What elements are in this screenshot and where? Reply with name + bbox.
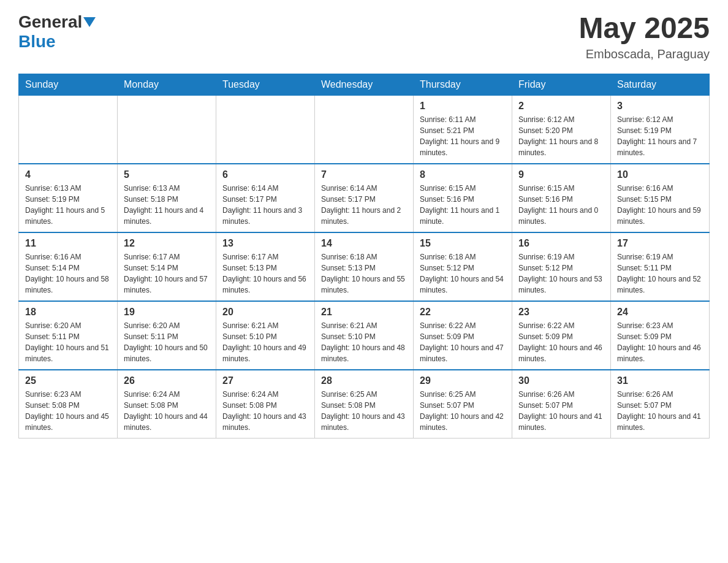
day-info: Sunrise: 6:13 AMSunset: 5:18 PMDaylight:… [124, 183, 210, 227]
day-info: Sunrise: 6:22 AMSunset: 5:09 PMDaylight:… [420, 320, 506, 364]
calendar-cell: 30Sunrise: 6:26 AMSunset: 5:07 PMDayligh… [512, 370, 611, 439]
calendar-cell: 23Sunrise: 6:22 AMSunset: 5:09 PMDayligh… [512, 301, 611, 370]
calendar-cell: 6Sunrise: 6:14 AMSunset: 5:17 PMDaylight… [216, 164, 315, 232]
calendar-cell [118, 95, 216, 164]
day-number: 25 [25, 375, 111, 386]
day-number: 20 [222, 307, 308, 318]
calendar-cell: 12Sunrise: 6:17 AMSunset: 5:14 PMDayligh… [118, 232, 216, 301]
day-info: Sunrise: 6:25 AMSunset: 5:08 PMDaylight:… [321, 389, 407, 433]
day-number: 24 [617, 307, 703, 318]
calendar-cell: 21Sunrise: 6:21 AMSunset: 5:10 PMDayligh… [315, 301, 414, 370]
day-info: Sunrise: 6:17 AMSunset: 5:13 PMDaylight:… [222, 251, 308, 296]
calendar-cell: 22Sunrise: 6:22 AMSunset: 5:09 PMDayligh… [414, 301, 512, 370]
header-wednesday: Wednesday [315, 74, 414, 95]
calendar-cell: 5Sunrise: 6:13 AMSunset: 5:18 PMDaylight… [118, 164, 216, 232]
calendar-cell: 9Sunrise: 6:15 AMSunset: 5:16 PMDaylight… [512, 164, 611, 232]
calendar-cell: 8Sunrise: 6:15 AMSunset: 5:16 PMDaylight… [414, 164, 512, 232]
day-info: Sunrise: 6:24 AMSunset: 5:08 PMDaylight:… [124, 389, 210, 433]
header-friday: Friday [512, 74, 611, 95]
calendar-cell [216, 95, 315, 164]
calendar-week-row: 1Sunrise: 6:11 AMSunset: 5:21 PMDaylight… [19, 95, 710, 164]
calendar-cell: 28Sunrise: 6:25 AMSunset: 5:08 PMDayligh… [315, 370, 414, 439]
day-number: 29 [420, 375, 506, 386]
calendar-cell: 24Sunrise: 6:23 AMSunset: 5:09 PMDayligh… [611, 301, 710, 370]
day-info: Sunrise: 6:23 AMSunset: 5:08 PMDaylight:… [25, 389, 111, 433]
calendar-cell: 2Sunrise: 6:12 AMSunset: 5:20 PMDaylight… [512, 95, 611, 164]
day-info: Sunrise: 6:14 AMSunset: 5:17 PMDaylight:… [321, 183, 407, 227]
day-number: 8 [420, 169, 506, 180]
calendar-cell: 10Sunrise: 6:16 AMSunset: 5:15 PMDayligh… [611, 164, 710, 232]
calendar-cell: 13Sunrise: 6:17 AMSunset: 5:13 PMDayligh… [216, 232, 315, 301]
calendar-week-row: 11Sunrise: 6:16 AMSunset: 5:14 PMDayligh… [19, 232, 710, 301]
day-info: Sunrise: 6:15 AMSunset: 5:16 PMDaylight:… [420, 183, 506, 227]
calendar-table: Sunday Monday Tuesday Wednesday Thursday… [18, 74, 710, 439]
calendar-cell [315, 95, 414, 164]
day-info: Sunrise: 6:11 AMSunset: 5:21 PMDaylight:… [420, 114, 506, 158]
calendar-cell: 17Sunrise: 6:19 AMSunset: 5:11 PMDayligh… [611, 232, 710, 301]
calendar-cell: 3Sunrise: 6:12 AMSunset: 5:19 PMDaylight… [611, 95, 710, 164]
title-block: May 2025 Emboscada, Paraguay [579, 12, 710, 61]
day-number: 1 [420, 101, 506, 112]
page-header: General Blue May 2025 Emboscada, Paragua… [18, 12, 710, 61]
calendar-week-row: 4Sunrise: 6:13 AMSunset: 5:19 PMDaylight… [19, 164, 710, 232]
day-info: Sunrise: 6:21 AMSunset: 5:10 PMDaylight:… [321, 320, 407, 364]
day-number: 27 [222, 375, 308, 386]
weekday-header-row: Sunday Monday Tuesday Wednesday Thursday… [19, 74, 710, 95]
day-number: 17 [617, 238, 703, 249]
day-number: 22 [420, 307, 506, 318]
day-number: 18 [25, 307, 111, 318]
day-number: 19 [124, 307, 210, 318]
day-info: Sunrise: 6:20 AMSunset: 5:11 PMDaylight:… [124, 320, 210, 364]
day-info: Sunrise: 6:23 AMSunset: 5:09 PMDaylight:… [617, 320, 703, 364]
day-info: Sunrise: 6:26 AMSunset: 5:07 PMDaylight:… [518, 389, 604, 433]
calendar-cell: 7Sunrise: 6:14 AMSunset: 5:17 PMDaylight… [315, 164, 414, 232]
day-number: 12 [124, 238, 210, 249]
day-info: Sunrise: 6:15 AMSunset: 5:16 PMDaylight:… [518, 183, 604, 227]
day-info: Sunrise: 6:16 AMSunset: 5:15 PMDaylight:… [617, 183, 703, 227]
day-info: Sunrise: 6:20 AMSunset: 5:11 PMDaylight:… [25, 320, 111, 364]
calendar-cell [19, 95, 118, 164]
day-number: 31 [617, 375, 703, 386]
day-number: 5 [124, 169, 210, 180]
calendar-cell: 18Sunrise: 6:20 AMSunset: 5:11 PMDayligh… [19, 301, 118, 370]
day-number: 23 [518, 307, 604, 318]
day-number: 13 [222, 238, 308, 249]
day-number: 10 [617, 169, 703, 180]
day-info: Sunrise: 6:12 AMSunset: 5:20 PMDaylight:… [518, 114, 604, 158]
day-number: 3 [617, 101, 703, 112]
day-number: 9 [518, 169, 604, 180]
day-info: Sunrise: 6:12 AMSunset: 5:19 PMDaylight:… [617, 114, 703, 158]
month-title: May 2025 [579, 12, 710, 45]
day-info: Sunrise: 6:18 AMSunset: 5:12 PMDaylight:… [420, 251, 506, 296]
header-tuesday: Tuesday [216, 74, 315, 95]
day-info: Sunrise: 6:13 AMSunset: 5:19 PMDaylight:… [25, 183, 111, 227]
calendar-cell: 1Sunrise: 6:11 AMSunset: 5:21 PMDaylight… [414, 95, 512, 164]
calendar-cell: 14Sunrise: 6:18 AMSunset: 5:13 PMDayligh… [315, 232, 414, 301]
day-info: Sunrise: 6:24 AMSunset: 5:08 PMDaylight:… [222, 389, 308, 433]
header-thursday: Thursday [414, 74, 512, 95]
calendar-week-row: 18Sunrise: 6:20 AMSunset: 5:11 PMDayligh… [19, 301, 710, 370]
day-number: 26 [124, 375, 210, 386]
calendar-cell: 31Sunrise: 6:26 AMSunset: 5:07 PMDayligh… [611, 370, 710, 439]
day-number: 14 [321, 238, 407, 249]
calendar-week-row: 25Sunrise: 6:23 AMSunset: 5:08 PMDayligh… [19, 370, 710, 439]
calendar-cell: 26Sunrise: 6:24 AMSunset: 5:08 PMDayligh… [118, 370, 216, 439]
calendar-cell: 15Sunrise: 6:18 AMSunset: 5:12 PMDayligh… [414, 232, 512, 301]
calendar-cell: 16Sunrise: 6:19 AMSunset: 5:12 PMDayligh… [512, 232, 611, 301]
day-info: Sunrise: 6:14 AMSunset: 5:17 PMDaylight:… [222, 183, 308, 227]
day-number: 2 [518, 101, 604, 112]
day-info: Sunrise: 6:19 AMSunset: 5:12 PMDaylight:… [518, 251, 604, 296]
calendar-cell: 4Sunrise: 6:13 AMSunset: 5:19 PMDaylight… [19, 164, 118, 232]
header-monday: Monday [118, 74, 216, 95]
day-number: 11 [25, 238, 111, 249]
day-number: 28 [321, 375, 407, 386]
calendar-cell: 11Sunrise: 6:16 AMSunset: 5:14 PMDayligh… [19, 232, 118, 301]
day-info: Sunrise: 6:16 AMSunset: 5:14 PMDaylight:… [25, 251, 111, 296]
day-info: Sunrise: 6:25 AMSunset: 5:07 PMDaylight:… [420, 389, 506, 433]
calendar-cell: 20Sunrise: 6:21 AMSunset: 5:10 PMDayligh… [216, 301, 315, 370]
day-number: 7 [321, 169, 407, 180]
calendar-cell: 25Sunrise: 6:23 AMSunset: 5:08 PMDayligh… [19, 370, 118, 439]
day-number: 30 [518, 375, 604, 386]
logo-triangle-icon [83, 17, 96, 27]
logo-general-text: General [18, 12, 82, 32]
